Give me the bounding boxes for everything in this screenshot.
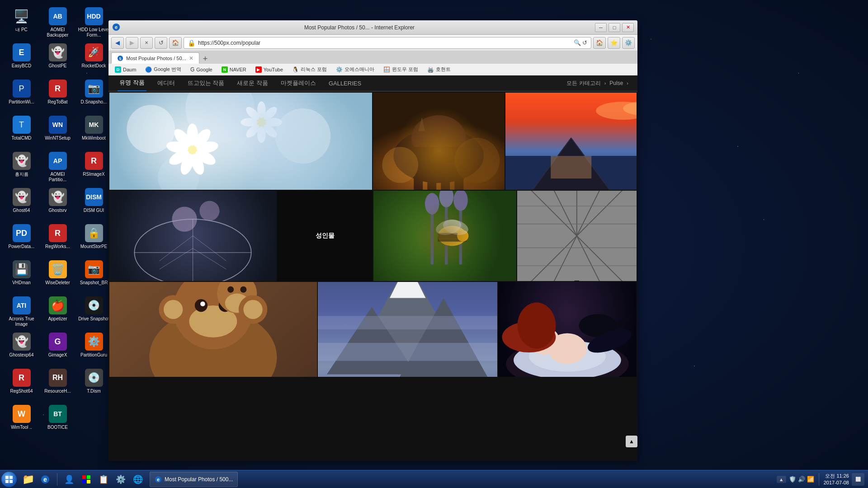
restore-button[interactable]: □ xyxy=(609,23,620,32)
desktop-icon-mountstorpe[interactable]: 🔒 MountStorPE xyxy=(77,221,111,255)
taskbar-icon-4[interactable]: ⚙️ xyxy=(113,471,129,488)
new-tab-button[interactable]: + xyxy=(201,54,210,64)
settings-button[interactable]: ⚙️ xyxy=(622,37,635,49)
desktop-icon-powerdata[interactable]: PD PowerData... xyxy=(5,221,38,255)
desktop-icon-rsimageX[interactable]: R RSImageX xyxy=(77,149,111,183)
start-button[interactable] xyxy=(0,470,18,488)
desktop-icon-dismgui[interactable]: DISM DISM GUI xyxy=(77,185,111,219)
taskbar-icon-5[interactable]: 🌐 xyxy=(130,471,146,488)
desktop-icon-heungji[interactable]: 👻 흥지름 xyxy=(5,149,38,183)
nav-popular[interactable]: 유명 작품 xyxy=(118,75,146,91)
tray-volume-icon[interactable]: 🔊 xyxy=(798,476,805,483)
stop-button[interactable]: ✕ xyxy=(140,37,153,49)
desktop-icon-acronis[interactable]: ATI Acronis True Image xyxy=(5,294,38,328)
taskbar-icon-3[interactable]: 📋 xyxy=(95,471,112,488)
desktop-icon-ghostpe[interactable]: 👻 GhostPE xyxy=(41,41,75,75)
photo-skeleton-flowers[interactable] xyxy=(109,191,276,281)
desktop-icon-wisedeleter[interactable]: 🗑️ WiseDeleter xyxy=(41,258,75,291)
nav-marketplace[interactable]: 마켓플레이스 xyxy=(279,75,318,91)
desktop-icon-partitionguru[interactable]: ⚙️ PartitionGuru xyxy=(77,330,111,364)
photo-bee[interactable] xyxy=(373,191,516,281)
desktop-icon-vhdman[interactable]: 💾 VHDman xyxy=(5,258,38,291)
desktop-icon-tdism[interactable]: 💿 T.Dism xyxy=(77,366,111,400)
active-tab[interactable]: 5 Most Popular Photos / 50... ✕ xyxy=(111,52,199,64)
forward-button[interactable]: ▶ xyxy=(126,37,138,49)
bookmark-youtube[interactable]: ▶ YouTube xyxy=(252,65,287,75)
taskbar-icon-1[interactable]: 👤 xyxy=(61,471,77,488)
nav-galleries[interactable]: GALLERIES xyxy=(327,75,363,91)
desktop-icon-aomei-partitio[interactable]: AP AOMEI Partitio... xyxy=(41,149,75,183)
search-icon[interactable]: 🔍 xyxy=(574,39,581,46)
linux-forum-label: 리눅스 포럼 xyxy=(301,66,327,73)
bookmark-osmania[interactable]: ⚙️ 오에스매니아 xyxy=(332,65,378,75)
desktop-icon-mkwimboot[interactable]: MK MkWimboot xyxy=(77,113,111,147)
desktop-icon-aomei[interactable]: AB AOMEI Backupper xyxy=(41,5,75,38)
home-page-button[interactable]: 🏠 xyxy=(593,37,606,49)
bookmark-hohyunt[interactable]: 🖨️ 호현트 xyxy=(424,65,454,75)
desktop-icon-resourceh[interactable]: RH ResourceH... xyxy=(41,366,75,400)
taskbar-ie-icon[interactable]: e xyxy=(37,471,53,488)
favorites-button[interactable]: ⭐ xyxy=(608,37,620,49)
desktop-icon-dsnapshot[interactable]: 📷 D.Snapsho... xyxy=(77,77,111,111)
desktop-icon-hddlowlevel[interactable]: HDD HDD Low Level Form... xyxy=(77,5,111,38)
minimize-button[interactable]: ─ xyxy=(595,23,607,32)
desktop-icon-my-pc[interactable]: 🖥️ 내 PC xyxy=(5,5,38,38)
desktop-icon-totalcmd[interactable]: T TotalCMD xyxy=(5,113,38,147)
nav-editor[interactable]: 에디터 xyxy=(156,75,177,91)
photo-flowers[interactable] xyxy=(109,93,372,190)
back-button[interactable]: ◀ xyxy=(111,37,124,49)
photo-grid-building[interactable] xyxy=(517,191,637,281)
photo-monkeys[interactable] xyxy=(109,282,317,377)
google-icon: G xyxy=(190,66,194,73)
desktop-icon-appetizer[interactable]: 🍎 Appetizer xyxy=(41,294,75,328)
photo-dock[interactable] xyxy=(505,93,637,190)
scroll-to-top-button[interactable]: ▲ xyxy=(626,436,637,447)
gimagex-icon: G xyxy=(49,333,67,351)
desktop-icon-winntsetup[interactable]: WN WinNTSetup xyxy=(41,113,75,147)
home-button[interactable]: 🏠 xyxy=(169,37,182,49)
photo-rhino[interactable] xyxy=(373,93,505,190)
desktop-icon-rocketdock[interactable]: 🚀 RocketDock xyxy=(77,41,111,75)
desktop-icon-drive-snapshot[interactable]: 💿 Drive Snapshot xyxy=(77,294,111,328)
photo-fantasy[interactable] xyxy=(498,282,637,377)
bookmark-windows-forum[interactable]: 🪟 윈도우 포럼 xyxy=(380,65,422,75)
bookmark-daum[interactable]: D Daum xyxy=(111,65,140,75)
bookmark-naver[interactable]: N NAVER xyxy=(218,65,250,75)
desktop-icon-partitionwiz[interactable]: P PartitionWi... xyxy=(5,77,38,111)
svg-point-24 xyxy=(257,127,265,143)
desktop-icon-gimagex[interactable]: G GimageX xyxy=(41,330,75,364)
desktop-icon-wimtool[interactable]: W WimTool .. xyxy=(5,402,38,436)
desktop-icon-regtobat[interactable]: R RegToBat xyxy=(41,77,75,111)
photo-grid[interactable]: 성인물 xyxy=(108,92,637,461)
taskbar-explorer-icon[interactable]: 📁 xyxy=(20,471,36,488)
bookmark-google[interactable]: G Google xyxy=(187,65,216,75)
nav-new[interactable]: 새로운 작품 xyxy=(235,75,270,91)
show-desktop-button[interactable]: ⬜ xyxy=(852,473,864,486)
desktop-icon-bootice[interactable]: BT BOOTICE xyxy=(41,402,75,436)
desktop-icon-snapshot-br[interactable]: 📷 Snapshot_BR xyxy=(77,258,111,291)
desktop-icon-ghostsrv[interactable]: 👻 Ghostsrv xyxy=(41,185,75,219)
photo-adult[interactable]: 성인물 xyxy=(277,191,373,281)
tray-expand-button[interactable]: ▲ xyxy=(777,476,786,483)
desktop-icon-regshot64[interactable]: R RegShot64 xyxy=(5,366,38,400)
taskbar-icon-2[interactable] xyxy=(78,471,94,488)
refresh-address-icon[interactable]: ↺ xyxy=(582,39,587,46)
desktop-icon-regworks[interactable]: R RegWorks... xyxy=(41,221,75,255)
refresh-button[interactable]: ↺ xyxy=(155,37,167,49)
tab-close-button[interactable]: ✕ xyxy=(189,55,193,61)
tray-network-icon[interactable]: 📶 xyxy=(807,476,814,483)
system-clock[interactable]: 오전 11:26 2017-07-08 xyxy=(824,473,849,486)
taskbar-browser-app[interactable]: e Most Popular Photos / 500... xyxy=(150,472,238,487)
tray-security-icon[interactable]: 🛡️ xyxy=(789,476,796,483)
totalcmd-icon: T xyxy=(13,116,31,134)
desktop-icon-ghost64[interactable]: 👻 Ghost64 xyxy=(5,185,38,219)
address-bar[interactable]: 🔒 https://500px.com/popular 🔍 ↺ xyxy=(184,37,591,49)
svg-point-13 xyxy=(193,147,218,168)
photo-mountains[interactable] xyxy=(318,282,498,377)
close-button[interactable]: ✕ xyxy=(622,23,634,32)
desktop-icon-easybcd[interactable]: E EasyBCD xyxy=(5,41,38,75)
bookmark-linux-forum[interactable]: 🐧 리눅스 포럼 xyxy=(288,65,330,75)
desktop-icon-ghostexp64[interactable]: 👻 Ghostexp64 xyxy=(5,330,38,364)
nav-trending[interactable]: 뜨고있는 작품 xyxy=(186,75,226,91)
bookmark-google-translate[interactable]: 🔵 Google 번역 xyxy=(142,65,185,75)
